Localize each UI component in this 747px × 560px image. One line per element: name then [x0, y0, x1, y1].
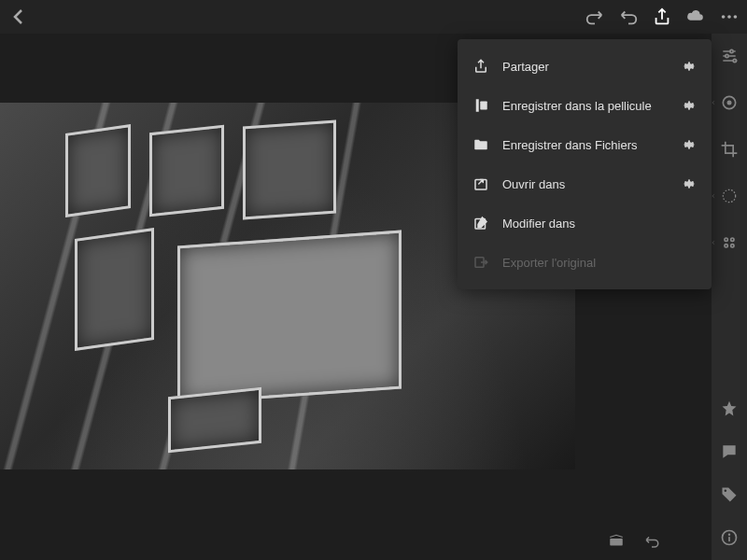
menu-item-open-in[interactable]: Ouvrir dans	[458, 164, 712, 203]
more-icon[interactable]	[719, 7, 740, 27]
svg-point-5	[730, 49, 733, 52]
share-icon	[472, 58, 489, 75]
sliders-icon[interactable]	[720, 47, 739, 65]
svg-point-0	[722, 15, 726, 19]
svg-point-7	[733, 59, 736, 62]
menu-item-label: Modifier dans	[502, 217, 697, 231]
svg-point-2	[734, 15, 738, 19]
tag-icon[interactable]	[720, 485, 739, 504]
menu-item-export-original: Exporter l'original	[458, 243, 712, 282]
menu-item-label: Exporter l'original	[502, 256, 697, 270]
undo-icon[interactable]	[618, 7, 639, 27]
svg-rect-4	[610, 539, 623, 546]
edit-in-icon	[472, 215, 489, 231]
svg-point-11	[725, 238, 727, 241]
svg-point-13	[725, 245, 727, 247]
radial-icon[interactable]	[720, 187, 739, 205]
topbar-actions	[585, 7, 740, 27]
right-panel	[712, 34, 747, 560]
presets-icon[interactable]	[720, 233, 739, 252]
svg-point-1	[727, 15, 731, 19]
bottom-toolbar	[0, 528, 676, 554]
svg-point-12	[731, 238, 734, 241]
svg-rect-19	[476, 99, 479, 112]
reset-icon[interactable]	[642, 533, 661, 550]
export-icon	[472, 254, 489, 271]
svg-point-15	[725, 490, 727, 493]
menu-item-save-files[interactable]: Enregistrer dans Fichiers	[458, 125, 712, 164]
comment-icon[interactable]	[720, 442, 739, 461]
open-in-icon	[472, 175, 489, 192]
filmstrip-icon	[472, 97, 489, 114]
cloud-icon[interactable]	[685, 7, 706, 27]
back-button[interactable]	[7, 6, 30, 28]
gear-icon[interactable]	[682, 98, 697, 113]
info-icon[interactable]	[720, 528, 739, 547]
menu-item-label: Partager	[502, 60, 669, 74]
svg-point-14	[731, 245, 734, 247]
gear-icon[interactable]	[682, 137, 697, 152]
gear-icon[interactable]	[682, 59, 697, 74]
redo-icon[interactable]	[585, 7, 605, 27]
menu-item-share[interactable]: Partager	[458, 47, 712, 86]
svg-rect-18	[728, 537, 730, 541]
menu-item-camera-roll[interactable]: Enregistrer dans la pellicule	[458, 86, 712, 125]
menu-item-label: Enregistrer dans la pellicule	[502, 99, 669, 113]
svg-point-9	[727, 101, 732, 105]
svg-point-17	[728, 533, 731, 536]
share-icon[interactable]	[652, 7, 672, 27]
filmstrip-toggle-icon[interactable]	[607, 533, 626, 550]
healing-icon[interactable]	[720, 93, 739, 112]
menu-item-label: Enregistrer dans Fichiers	[502, 138, 669, 152]
folder-icon	[472, 136, 489, 153]
svg-rect-20	[480, 102, 487, 110]
topbar	[0, 0, 747, 34]
crop-icon[interactable]	[720, 140, 739, 159]
svg-point-6	[726, 54, 728, 57]
gear-icon[interactable]	[682, 176, 697, 191]
svg-point-10	[723, 189, 735, 202]
star-icon[interactable]	[720, 399, 739, 418]
share-menu: Partager Enregistrer dans la pellicule E…	[458, 39, 712, 289]
menu-item-label: Ouvrir dans	[502, 177, 669, 191]
menu-item-edit-in[interactable]: Modifier dans	[458, 203, 712, 243]
